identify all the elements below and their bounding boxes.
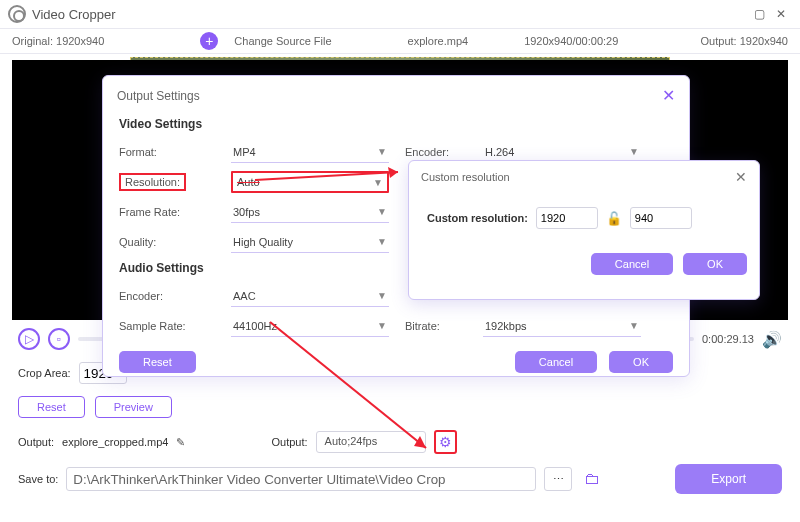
output-dims: Output: 1920x940: [701, 35, 788, 47]
save-path-input[interactable]: [66, 467, 536, 491]
reset-button[interactable]: Reset: [18, 396, 85, 418]
open-folder-icon[interactable]: 🗀: [584, 470, 600, 488]
output-settings-gear-icon[interactable]: ⚙: [439, 434, 452, 450]
play-button[interactable]: ▷: [18, 328, 40, 350]
quality-label: Quality:: [119, 236, 223, 248]
dialog-close-icon[interactable]: ✕: [662, 86, 675, 105]
export-button[interactable]: Export: [675, 464, 782, 494]
custom-res-title: Custom resolution: [421, 171, 510, 183]
custom-res-ok-button[interactable]: OK: [683, 253, 747, 275]
sample-rate-label: Sample Rate:: [119, 320, 223, 332]
resolution-select[interactable]: Auto▼: [231, 171, 389, 193]
original-dims: Original: 1920x940: [12, 35, 104, 47]
dialog-cancel-button[interactable]: Cancel: [515, 351, 597, 373]
output-row: Output: explore_cropped.mp4 ✎ Output: Au…: [0, 426, 800, 458]
dialog-reset-button[interactable]: Reset: [119, 351, 196, 373]
format-label: Format:: [119, 146, 223, 158]
format-select[interactable]: MP4▼: [231, 141, 389, 163]
encoder-label: Encoder:: [405, 146, 475, 158]
duration-label: 0:00:29.13: [702, 333, 754, 345]
sample-rate-select[interactable]: 44100Hz▼: [231, 315, 389, 337]
custom-res-cancel-button[interactable]: Cancel: [591, 253, 673, 275]
custom-resolution-dialog: Custom resolution ✕ Custom resolution: 🔓…: [408, 160, 760, 300]
video-settings-heading: Video Settings: [119, 117, 673, 131]
edit-filename-icon[interactable]: ✎: [176, 436, 185, 449]
volume-icon[interactable]: 🔊: [762, 330, 782, 349]
save-to-label: Save to:: [18, 473, 58, 485]
dims-duration: 1920x940/00:00:29: [524, 35, 618, 47]
output-filename-label: Output:: [18, 436, 54, 448]
framerate-select[interactable]: 30fps▼: [231, 201, 389, 223]
minimize-button[interactable]: ▢: [748, 3, 770, 25]
output-filename: explore_cropped.mp4: [62, 436, 168, 448]
audio-encoder-label: Encoder:: [119, 290, 223, 302]
add-source-icon[interactable]: +: [200, 32, 218, 50]
dialog-title: Output Settings: [117, 89, 200, 103]
quality-select[interactable]: High Quality▼: [231, 231, 389, 253]
dialog-ok-button[interactable]: OK: [609, 351, 673, 373]
framerate-label: Frame Rate:: [119, 206, 223, 218]
preview-button[interactable]: Preview: [95, 396, 172, 418]
custom-width-input[interactable]: [536, 207, 598, 229]
source-filename: explore.mp4: [408, 35, 469, 47]
stop-button[interactable]: ▫: [48, 328, 70, 350]
browse-path-button[interactable]: ⋯: [544, 467, 572, 491]
output-format-label: Output:: [271, 436, 307, 448]
change-source-link[interactable]: Change Source File: [234, 35, 331, 47]
infobar: Original: 1920x940 + Change Source File …: [0, 28, 800, 54]
app-title: Video Cropper: [32, 7, 116, 22]
close-window-button[interactable]: ✕: [770, 3, 792, 25]
app-logo-icon: [8, 5, 26, 23]
output-format-select[interactable]: Auto;24fps: [316, 431, 426, 453]
preview-buttons: Reset Preview: [0, 388, 800, 426]
settings-gear-highlight: ⚙: [434, 430, 457, 454]
aspect-lock-icon[interactable]: 🔓: [606, 211, 622, 226]
custom-res-close-icon[interactable]: ✕: [735, 169, 747, 185]
bitrate-select[interactable]: 192kbps▼: [483, 315, 641, 337]
resolution-label: Resolution:: [119, 173, 223, 191]
audio-encoder-select[interactable]: AAC▼: [231, 285, 389, 307]
custom-height-input[interactable]: [630, 207, 692, 229]
titlebar: Video Cropper ▢ ✕: [0, 0, 800, 28]
bitrate-label: Bitrate:: [405, 320, 475, 332]
custom-res-label: Custom resolution:: [427, 212, 528, 224]
save-row: Save to: ⋯ 🗀 Export: [0, 458, 800, 504]
crop-area-label: Crop Area:: [18, 367, 71, 379]
